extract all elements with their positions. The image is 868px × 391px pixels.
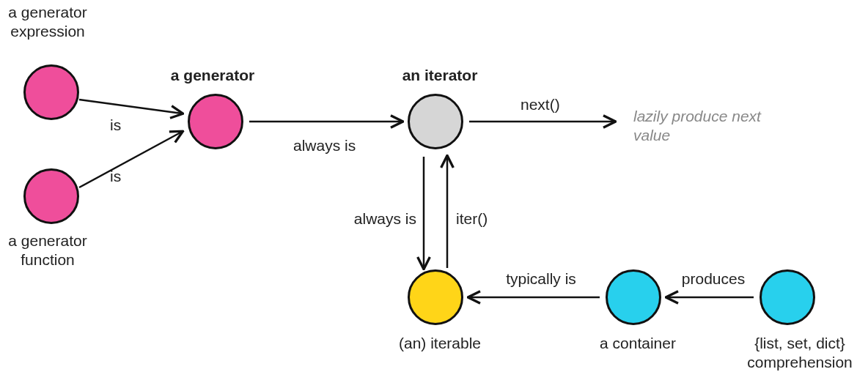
node-iterator (408, 94, 463, 149)
edge-func-to-gen (79, 132, 182, 187)
node-generator (188, 94, 243, 149)
edge-label-always-is-2: always is (346, 209, 416, 228)
node-comprehension (760, 269, 815, 325)
edge-label-is-1: is (110, 116, 121, 135)
label-iterable: (an) iterable (381, 334, 499, 353)
label-comprehension: {list, set, dict} comprehension (730, 334, 868, 373)
edge-label-next: next() (521, 95, 560, 114)
annotation-lazy: lazily produce next value (633, 107, 765, 146)
edge-label-iter: iter() (456, 209, 488, 228)
label-gen-expr: a generator expression (0, 3, 95, 42)
edge-label-always-is-1: always is (293, 136, 356, 155)
edge-expr-to-gen (79, 100, 182, 113)
node-container (606, 269, 661, 325)
label-generator: a generator (147, 66, 279, 85)
label-gen-func: a generator function (0, 231, 95, 270)
node-iterable (408, 269, 463, 325)
edge-label-produces: produces (673, 269, 754, 288)
node-gen-expr (23, 64, 79, 120)
node-gen-func (23, 168, 79, 224)
label-iterator: an iterator (381, 66, 499, 85)
edge-label-is-2: is (110, 167, 121, 186)
diagram-stage: a generator expression a generator funct… (0, 0, 868, 391)
label-container: a container (579, 334, 696, 353)
connectors-layer (0, 0, 868, 391)
edge-label-typically-is: typically is (490, 269, 592, 288)
